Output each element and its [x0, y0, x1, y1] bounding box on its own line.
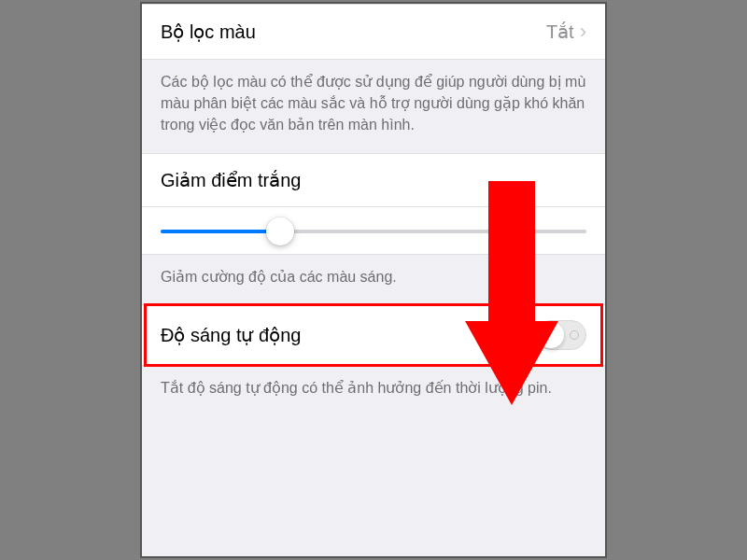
slider-fill [161, 230, 280, 233]
white-point-slider[interactable] [161, 230, 586, 233]
auto-brightness-label: Độ sáng tự động [161, 324, 301, 346]
reduce-white-point-row[interactable]: Giảm điểm trắng [142, 153, 605, 207]
auto-brightness-footer: Tắt độ sáng tự động có thể ảnh hưởng đến… [142, 366, 605, 415]
color-filter-label: Bộ lọc màu [161, 21, 256, 43]
reduce-white-point-footer: Giảm cường độ của các màu sáng. [142, 255, 605, 304]
toggle-off-indicator-icon [570, 330, 579, 340]
color-filter-footer: Các bộ lọc màu có thể được sử dụng để gi… [142, 60, 605, 153]
color-filter-value-wrap: Tắt › [546, 20, 586, 44]
color-filter-row[interactable]: Bộ lọc màu Tắt › [142, 4, 605, 60]
chevron-right-icon: › [580, 20, 586, 44]
auto-brightness-toggle[interactable] [536, 320, 586, 350]
auto-brightness-row[interactable]: Độ sáng tự động [142, 304, 605, 366]
reduce-white-point-slider-row [142, 207, 605, 255]
color-filter-value: Tắt [546, 21, 574, 43]
toggle-knob [538, 322, 564, 348]
settings-screen: Bộ lọc màu Tắt › Các bộ lọc màu có thể đ… [140, 2, 607, 558]
reduce-white-point-label: Giảm điểm trắng [161, 169, 301, 191]
slider-thumb[interactable] [266, 217, 294, 245]
